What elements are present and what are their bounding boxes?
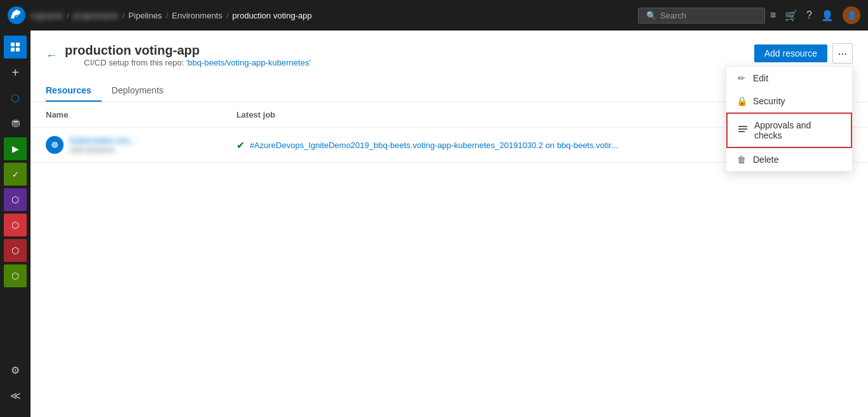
pipelines-breadcrumb[interactable]: Pipelines [128, 11, 162, 20]
more-options-button[interactable]: ··· [832, 43, 853, 64]
sidebar: + ⬡ ⛃ ▶ ✓ ⬡ ⬡ ⬡ ⬡ ⚙ ≪ [0, 31, 31, 417]
sidebar-icon-settings[interactable]: ⚙ [4, 359, 27, 381]
approvals-icon [738, 125, 748, 136]
sidebar-icon-security[interactable]: ⬡ [4, 264, 27, 287]
svg-rect-2 [11, 48, 15, 51]
page-title: production voting-app [65, 43, 311, 58]
project-name[interactable]: projectname [73, 11, 119, 20]
kubernetes-icon: ☸ [46, 136, 64, 154]
avatar[interactable]: 👤 [843, 6, 860, 24]
svg-rect-1 [16, 43, 20, 46]
sidebar-icon-add[interactable]: + [4, 61, 27, 84]
tab-resources[interactable]: Resources [46, 80, 102, 102]
back-button[interactable]: ← [46, 49, 57, 62]
sidebar-icon-boards[interactable]: ⬡ [4, 86, 27, 109]
edit-icon: ✏ [736, 73, 747, 83]
add-resource-button[interactable]: Add resource [754, 44, 827, 62]
svg-rect-5 [738, 128, 747, 130]
svg-rect-0 [11, 43, 15, 46]
breadcrumb: orgname / projectname / Pipelines / Envi… [31, 11, 633, 20]
top-navigation: orgname / projectname / Pipelines / Envi… [0, 0, 868, 31]
org-name[interactable]: orgname [31, 11, 63, 20]
dropdown-security-label: Security [753, 96, 785, 106]
profile-icon[interactable]: 👤 [821, 10, 834, 22]
sidebar-icon-testplans[interactable]: ⬡ [4, 188, 27, 211]
current-breadcrumb: production voting-app [233, 11, 312, 20]
svg-rect-4 [738, 126, 747, 127]
header-actions: Add resource ··· ✏ Edit 🔒 Security [754, 43, 853, 64]
search-icon: 🔍 [646, 11, 656, 20]
tab-deployments[interactable]: Deployments [102, 80, 174, 102]
search-box[interactable]: 🔍 Search [638, 8, 765, 24]
search-label: Search [660, 11, 686, 20]
repo-link[interactable]: bbq-beets/voting-app-kubernetes [188, 58, 309, 67]
page-header: ← production voting-app CI/CD setup from… [31, 31, 868, 102]
job-link[interactable]: #AzureDevops_IgniteDemo2019_bbq-beets.vo… [250, 140, 618, 150]
main-content: ← production voting-app CI/CD setup from… [31, 31, 868, 417]
dropdown-delete[interactable]: 🗑 Delete [726, 148, 852, 171]
dropdown-delete-label: Delete [753, 154, 778, 165]
dropdown-menu: ✏ Edit 🔒 Security [726, 66, 853, 172]
status-icon: ✔ [236, 139, 245, 151]
sidebar-icon-overview[interactable] [4, 36, 27, 58]
resource-name-cell: ☸ kubernetes-res... sub-resource [31, 128, 221, 163]
notifications-icon[interactable]: ≡ [770, 10, 776, 21]
sidebar-icon-check[interactable]: ✓ [4, 163, 27, 186]
lock-icon: 🔒 [736, 96, 747, 106]
sidebar-icon-pipelines[interactable]: ▶ [4, 137, 27, 160]
help-icon[interactable]: ? [806, 10, 812, 21]
resource-sub: sub-resource [70, 146, 137, 154]
resource-name: kubernetes-res... [70, 135, 137, 146]
dropdown-edit[interactable]: ✏ Edit [726, 67, 852, 90]
dropdown-security[interactable]: 🔒 Security [726, 90, 852, 113]
svg-rect-3 [16, 48, 20, 51]
dropdown-edit-label: Edit [753, 73, 768, 83]
sidebar-icon-collapse[interactable]: ≪ [4, 384, 27, 407]
shopping-icon[interactable]: 🛒 [785, 10, 797, 22]
delete-icon: 🗑 [736, 154, 747, 165]
sidebar-icon-artifacts[interactable]: ⬡ [4, 214, 27, 236]
environments-breadcrumb[interactable]: Environments [172, 11, 222, 20]
sidebar-icon-powerapps[interactable]: ⬡ [4, 239, 27, 262]
azure-devops-logo[interactable] [8, 6, 25, 24]
page-subtitle: CI/CD setup from this repo: 'bbq-beets/v… [84, 58, 311, 67]
sidebar-icon-repos[interactable]: ⛃ [4, 112, 27, 135]
col-name: Name [31, 102, 221, 128]
svg-rect-6 [738, 131, 745, 132]
nav-icons: ≡ 🛒 ? 👤 👤 [770, 6, 860, 24]
dropdown-approvals[interactable]: Approvals and checks [726, 113, 852, 148]
dropdown-approvals-label: Approvals and checks [754, 120, 841, 140]
